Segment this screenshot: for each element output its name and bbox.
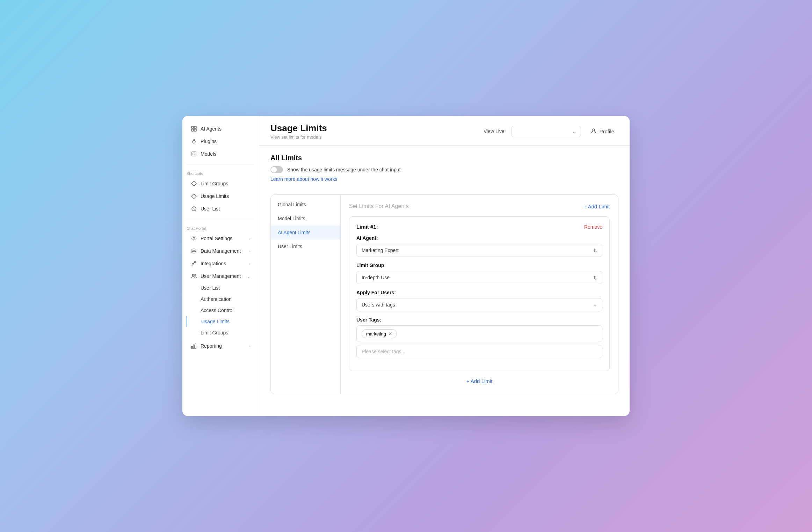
header-title-group: Usage Limits View set limits for models xyxy=(270,123,327,140)
limits-nav-user[interactable]: User Limits xyxy=(271,239,340,253)
sub-item-label: Usage Limits xyxy=(201,319,230,324)
apply-for-users-label: Apply For Users: xyxy=(356,290,602,295)
limit-card-header: Limit #1: Remove xyxy=(356,224,602,230)
limit-group-label: Limit Group xyxy=(356,263,602,268)
limits-nav-model[interactable]: Model Limits xyxy=(271,212,340,226)
limits-nav: Global Limits Model Limits AI Agent Limi… xyxy=(271,195,341,394)
chevron-down-icon: ⌄ xyxy=(593,302,597,308)
svg-marker-11 xyxy=(191,194,196,199)
wrench-icon xyxy=(191,260,197,267)
sidebar-item-label: Models xyxy=(201,151,216,157)
svg-point-17 xyxy=(195,274,196,276)
sidebar-item-models[interactable]: Models xyxy=(187,148,255,160)
chevron-right-icon: › xyxy=(249,261,251,266)
svg-rect-19 xyxy=(193,345,194,348)
sidebar-item-ai-agents[interactable]: AI Agents xyxy=(187,123,255,135)
sidebar-sub-user-list[interactable]: User List xyxy=(187,283,255,293)
ai-agent-select[interactable]: Marketing Expert ⇅ xyxy=(356,244,602,257)
add-limit-button-top[interactable]: + Add Limit xyxy=(583,204,610,209)
sidebar-item-label: User List xyxy=(201,206,220,212)
chevron-down-icon: ⌄ xyxy=(572,128,577,135)
sidebar-item-label: Usage Limits xyxy=(201,193,229,199)
sidebar-sub-access-control[interactable]: Access Control xyxy=(187,305,255,316)
apply-for-users-select[interactable]: Users with tags ⌄ xyxy=(356,298,602,311)
app-container: AI Agents Plugins Models xyxy=(182,116,630,416)
sidebar-item-integrations[interactable]: Integrations › xyxy=(187,258,255,269)
add-limit-bottom: + Add Limit xyxy=(349,371,610,385)
chevron-updown-icon: ⇅ xyxy=(593,248,597,253)
sidebar-item-data-management[interactable]: Data Management › xyxy=(187,245,255,257)
svg-rect-9 xyxy=(193,153,195,155)
sidebar-item-label: Integrations xyxy=(201,261,226,266)
chevron-right-icon: › xyxy=(249,249,251,253)
apply-for-users-field-group: Apply For Users: Users with tags ⌄ xyxy=(356,290,602,311)
tag-input-placeholder[interactable]: Please select tags... xyxy=(356,345,602,358)
chevron-right-icon: › xyxy=(249,236,251,241)
svg-rect-0 xyxy=(191,126,194,128)
limit-group-select[interactable]: In-depth Use ⇅ xyxy=(356,271,602,284)
svg-point-4 xyxy=(193,140,195,143)
profile-button[interactable]: Profile xyxy=(587,126,618,137)
svg-rect-20 xyxy=(195,344,196,348)
set-limits-title: Set Limits For AI Agents xyxy=(349,203,409,209)
toggle-label: Show the usage limits message under the … xyxy=(287,167,401,172)
users-icon xyxy=(191,273,197,279)
sidebar-item-limit-groups[interactable]: Limit Groups xyxy=(187,178,255,190)
sidebar-item-usage-limits-shortcut[interactable]: Usage Limits xyxy=(187,190,255,202)
ai-agent-field-group: AI Agent: Marketing Expert ⇅ xyxy=(356,235,602,257)
main-content: Usage Limits View set limits for models … xyxy=(259,116,630,416)
sidebar-item-label: Data Management xyxy=(201,248,241,254)
limits-panel: Global Limits Model Limits AI Agent Limi… xyxy=(270,194,618,394)
svg-point-13 xyxy=(193,238,195,239)
sub-item-label: Access Control xyxy=(201,308,233,313)
chevron-down-icon: ⌄ xyxy=(247,274,251,279)
sidebar-item-label: Limit Groups xyxy=(201,181,228,186)
sidebar-item-label: Reporting xyxy=(201,343,222,349)
sidebar-divider-2 xyxy=(187,219,255,219)
ai-agent-value: Marketing Expert xyxy=(362,247,399,253)
tag-placeholder: Please select tags... xyxy=(362,349,405,354)
database-icon xyxy=(191,248,197,254)
sidebar-sub-authentication[interactable]: Authentication xyxy=(187,294,255,304)
user-tags-field-group: User Tags: marketing ✕ Please select tag… xyxy=(356,317,602,358)
tag-remove-button[interactable]: ✕ xyxy=(388,331,392,337)
sidebar-sub-limit-groups[interactable]: Limit Groups xyxy=(187,327,255,338)
toggle-row: Show the usage limits message under the … xyxy=(270,166,618,173)
limit-group-field-group: Limit Group In-depth Use ⇅ xyxy=(356,263,602,284)
diamond-icon xyxy=(191,180,197,187)
sidebar-item-portal-settings[interactable]: Portal Settings › xyxy=(187,232,255,244)
sidebar-item-label: Portal Settings xyxy=(201,236,232,241)
sidebar-item-reporting[interactable]: Reporting › xyxy=(187,340,255,352)
sidebar-item-plugins[interactable]: Plugins xyxy=(187,135,255,147)
sidebar-item-label: Plugins xyxy=(201,139,217,144)
view-live-dropdown[interactable]: ⌄ xyxy=(511,126,581,137)
learn-more-link[interactable]: Learn more about how it works xyxy=(270,176,337,182)
remove-button[interactable]: Remove xyxy=(584,224,602,230)
tag-label: marketing xyxy=(366,331,386,337)
limit-number: Limit #1: xyxy=(356,224,378,230)
diamond2-icon xyxy=(191,193,197,199)
sub-item-label: Authentication xyxy=(201,296,232,302)
tags-container: marketing ✕ xyxy=(356,325,602,342)
user-icon xyxy=(591,128,596,135)
sidebar-sub-usage-limits[interactable]: Usage Limits xyxy=(187,316,255,327)
cube-icon xyxy=(191,151,197,157)
tag-marketing: marketing ✕ xyxy=(362,329,397,338)
svg-point-14 xyxy=(192,249,196,250)
limits-body: Set Limits For AI Agents + Add Limit Lim… xyxy=(341,195,618,394)
ai-agent-label: AI Agent: xyxy=(356,235,602,241)
all-limits-title: All Limits xyxy=(270,154,618,162)
sidebar-item-user-list-shortcut[interactable]: User List xyxy=(187,203,255,215)
chevron-right-icon: › xyxy=(249,344,251,348)
sidebar-item-user-management[interactable]: User Management ⌄ xyxy=(187,270,255,282)
apply-for-users-value: Users with tags xyxy=(362,302,395,308)
add-limit-button-bottom[interactable]: + Add Limit xyxy=(466,378,493,384)
usage-limits-toggle[interactable] xyxy=(270,166,283,173)
page-title: Usage Limits xyxy=(270,123,327,134)
limits-nav-ai-agent[interactable]: AI Agent Limits xyxy=(271,226,340,239)
plug-icon xyxy=(191,138,197,145)
chevron-updown-icon: ⇅ xyxy=(593,275,597,280)
limits-nav-global[interactable]: Global Limits xyxy=(271,198,340,212)
sidebar-item-label: AI Agents xyxy=(201,126,222,132)
chart-icon xyxy=(191,343,197,349)
